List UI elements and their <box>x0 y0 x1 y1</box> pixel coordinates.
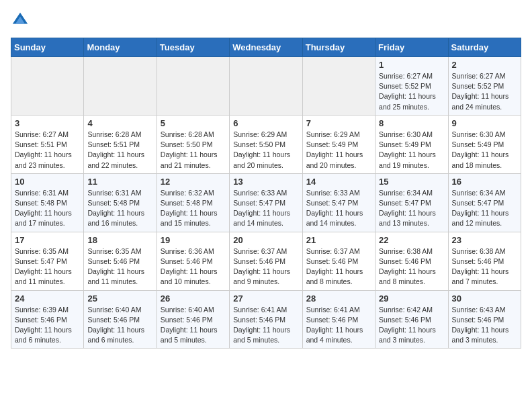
col-header-saturday: Saturday <box>448 38 521 57</box>
day-number: 18 <box>87 235 152 245</box>
calendar-cell: 28Sunrise: 6:41 AM Sunset: 5:46 PM Dayli… <box>302 290 375 349</box>
week-row-3: 10Sunrise: 6:31 AM Sunset: 5:48 PM Dayli… <box>11 173 521 232</box>
day-info: Sunrise: 6:29 AM Sunset: 5:49 PM Dayligh… <box>306 130 371 171</box>
day-number: 17 <box>15 235 80 245</box>
day-number: 9 <box>452 118 517 128</box>
day-info: Sunrise: 6:33 AM Sunset: 5:47 PM Dayligh… <box>233 188 298 229</box>
day-info: Sunrise: 6:42 AM Sunset: 5:46 PM Dayligh… <box>379 305 444 346</box>
logo <box>11 11 32 30</box>
calendar-cell: 1Sunrise: 6:27 AM Sunset: 5:52 PM Daylig… <box>375 57 448 116</box>
day-number: 28 <box>306 293 371 304</box>
calendar-cell: 27Sunrise: 6:41 AM Sunset: 5:46 PM Dayli… <box>230 290 302 349</box>
day-number: 4 <box>87 118 152 128</box>
day-number: 10 <box>15 177 80 187</box>
day-info: Sunrise: 6:30 AM Sunset: 5:49 PM Dayligh… <box>379 130 444 171</box>
day-number: 16 <box>452 177 517 187</box>
day-number: 7 <box>306 118 371 128</box>
day-number: 22 <box>379 235 444 245</box>
day-number: 29 <box>379 293 444 304</box>
calendar-cell: 18Sunrise: 6:35 AM Sunset: 5:46 PM Dayli… <box>84 232 157 290</box>
calendar-cell: 5Sunrise: 6:28 AM Sunset: 5:50 PM Daylig… <box>157 115 229 173</box>
calendar-table: SundayMondayTuesdayWednesdayThursdayFrid… <box>11 38 521 349</box>
day-number: 6 <box>233 118 298 128</box>
calendar-cell: 3Sunrise: 6:27 AM Sunset: 5:51 PM Daylig… <box>11 115 84 173</box>
calendar-cell: 17Sunrise: 6:35 AM Sunset: 5:47 PM Dayli… <box>11 232 84 290</box>
day-info: Sunrise: 6:31 AM Sunset: 5:48 PM Dayligh… <box>15 188 80 229</box>
day-info: Sunrise: 6:41 AM Sunset: 5:46 PM Dayligh… <box>306 305 371 346</box>
day-number: 5 <box>161 118 226 128</box>
day-info: Sunrise: 6:38 AM Sunset: 5:46 PM Dayligh… <box>379 246 444 287</box>
calendar-cell: 25Sunrise: 6:40 AM Sunset: 5:46 PM Dayli… <box>84 290 157 349</box>
day-info: Sunrise: 6:40 AM Sunset: 5:46 PM Dayligh… <box>87 305 152 346</box>
calendar-cell: 24Sunrise: 6:39 AM Sunset: 5:46 PM Dayli… <box>11 290 84 349</box>
day-number: 11 <box>87 177 152 187</box>
calendar-cell: 6Sunrise: 6:29 AM Sunset: 5:50 PM Daylig… <box>230 115 302 173</box>
day-number: 26 <box>161 293 226 304</box>
col-header-sunday: Sunday <box>11 38 84 57</box>
day-number: 13 <box>233 177 298 187</box>
day-info: Sunrise: 6:40 AM Sunset: 5:46 PM Dayligh… <box>161 305 226 346</box>
day-number: 24 <box>15 293 80 304</box>
calendar-cell: 19Sunrise: 6:36 AM Sunset: 5:46 PM Dayli… <box>157 232 229 290</box>
calendar-cell: 16Sunrise: 6:34 AM Sunset: 5:47 PM Dayli… <box>448 173 521 232</box>
day-info: Sunrise: 6:39 AM Sunset: 5:46 PM Dayligh… <box>15 305 80 346</box>
day-info: Sunrise: 6:35 AM Sunset: 5:46 PM Dayligh… <box>87 246 152 287</box>
day-info: Sunrise: 6:37 AM Sunset: 5:46 PM Dayligh… <box>233 246 298 287</box>
week-row-1: 1Sunrise: 6:27 AM Sunset: 5:52 PM Daylig… <box>11 57 521 116</box>
calendar-cell: 21Sunrise: 6:37 AM Sunset: 5:46 PM Dayli… <box>302 232 375 290</box>
day-info: Sunrise: 6:28 AM Sunset: 5:51 PM Dayligh… <box>87 130 152 171</box>
week-row-4: 17Sunrise: 6:35 AM Sunset: 5:47 PM Dayli… <box>11 232 521 290</box>
calendar-cell: 4Sunrise: 6:28 AM Sunset: 5:51 PM Daylig… <box>84 115 157 173</box>
day-info: Sunrise: 6:37 AM Sunset: 5:46 PM Dayligh… <box>306 246 371 287</box>
col-header-wednesday: Wednesday <box>230 38 302 57</box>
col-header-tuesday: Tuesday <box>157 38 229 57</box>
calendar-cell: 2Sunrise: 6:27 AM Sunset: 5:52 PM Daylig… <box>448 57 521 116</box>
day-number: 2 <box>452 60 517 70</box>
calendar-cell <box>230 57 302 116</box>
day-number: 30 <box>452 293 517 304</box>
calendar-cell <box>302 57 375 116</box>
day-number: 20 <box>233 235 298 245</box>
col-header-thursday: Thursday <box>302 38 375 57</box>
day-info: Sunrise: 6:30 AM Sunset: 5:49 PM Dayligh… <box>452 130 517 171</box>
day-info: Sunrise: 6:38 AM Sunset: 5:46 PM Dayligh… <box>452 246 517 287</box>
calendar-cell: 12Sunrise: 6:32 AM Sunset: 5:48 PM Dayli… <box>157 173 229 232</box>
day-number: 15 <box>379 177 444 187</box>
day-info: Sunrise: 6:34 AM Sunset: 5:47 PM Dayligh… <box>379 188 444 229</box>
calendar-cell: 30Sunrise: 6:43 AM Sunset: 5:46 PM Dayli… <box>448 290 521 349</box>
day-info: Sunrise: 6:41 AM Sunset: 5:46 PM Dayligh… <box>233 305 298 346</box>
day-number: 19 <box>161 235 226 245</box>
day-info: Sunrise: 6:36 AM Sunset: 5:46 PM Dayligh… <box>161 246 226 287</box>
day-number: 3 <box>15 118 80 128</box>
day-number: 1 <box>379 60 444 70</box>
calendar-cell: 14Sunrise: 6:33 AM Sunset: 5:47 PM Dayli… <box>302 173 375 232</box>
calendar-cell: 9Sunrise: 6:30 AM Sunset: 5:49 PM Daylig… <box>448 115 521 173</box>
calendar-cell: 13Sunrise: 6:33 AM Sunset: 5:47 PM Dayli… <box>230 173 302 232</box>
calendar-cell: 8Sunrise: 6:30 AM Sunset: 5:49 PM Daylig… <box>375 115 448 173</box>
calendar-cell: 26Sunrise: 6:40 AM Sunset: 5:46 PM Dayli… <box>157 290 229 349</box>
calendar-cell: 15Sunrise: 6:34 AM Sunset: 5:47 PM Dayli… <box>375 173 448 232</box>
day-number: 23 <box>452 235 517 245</box>
calendar-cell: 11Sunrise: 6:31 AM Sunset: 5:48 PM Dayli… <box>84 173 157 232</box>
day-info: Sunrise: 6:33 AM Sunset: 5:47 PM Dayligh… <box>306 188 371 229</box>
day-info: Sunrise: 6:27 AM Sunset: 5:52 PM Dayligh… <box>379 71 444 112</box>
day-info: Sunrise: 6:28 AM Sunset: 5:50 PM Dayligh… <box>161 130 226 171</box>
day-number: 14 <box>306 177 371 187</box>
calendar-cell: 23Sunrise: 6:38 AM Sunset: 5:46 PM Dayli… <box>448 232 521 290</box>
week-row-5: 24Sunrise: 6:39 AM Sunset: 5:46 PM Dayli… <box>11 290 521 349</box>
day-number: 8 <box>379 118 444 128</box>
day-info: Sunrise: 6:32 AM Sunset: 5:48 PM Dayligh… <box>161 188 226 229</box>
calendar-body: 1Sunrise: 6:27 AM Sunset: 5:52 PM Daylig… <box>11 57 521 349</box>
day-number: 27 <box>233 293 298 304</box>
day-info: Sunrise: 6:35 AM Sunset: 5:47 PM Dayligh… <box>15 246 80 287</box>
logo-icon <box>11 11 30 30</box>
day-info: Sunrise: 6:34 AM Sunset: 5:47 PM Dayligh… <box>452 188 517 229</box>
calendar-cell <box>84 57 157 116</box>
col-header-monday: Monday <box>84 38 157 57</box>
day-number: 21 <box>306 235 371 245</box>
day-info: Sunrise: 6:29 AM Sunset: 5:50 PM Dayligh… <box>233 130 298 171</box>
calendar-cell: 22Sunrise: 6:38 AM Sunset: 5:46 PM Dayli… <box>375 232 448 290</box>
day-info: Sunrise: 6:31 AM Sunset: 5:48 PM Dayligh… <box>87 188 152 229</box>
calendar-cell <box>157 57 229 116</box>
day-info: Sunrise: 6:27 AM Sunset: 5:51 PM Dayligh… <box>15 130 80 171</box>
